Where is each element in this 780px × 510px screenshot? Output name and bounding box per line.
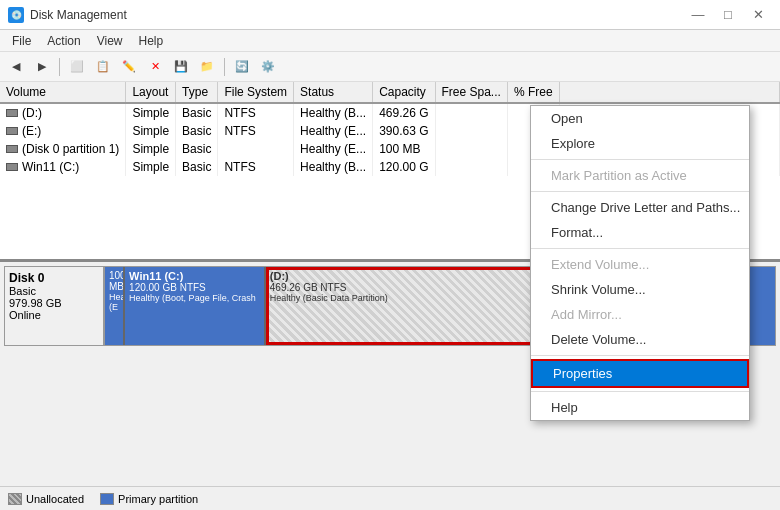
cell-status: Healthy (E... xyxy=(294,140,373,158)
disk-icon xyxy=(6,163,18,171)
cell-freespa xyxy=(435,158,507,176)
col-freespa: Free Spa... xyxy=(435,82,507,103)
context-menu: Open Explore Mark Partition as Active Ch… xyxy=(530,105,750,421)
ctx-add-mirror: Add Mirror... xyxy=(531,302,749,327)
ctx-mark-active: Mark Partition as Active xyxy=(531,163,749,188)
col-pctfree: % Free xyxy=(507,82,559,103)
menu-bar: File Action View Help xyxy=(0,30,780,52)
disk-icon xyxy=(6,127,18,135)
partition-name: (D:) xyxy=(270,270,541,282)
cell-fs: NTFS xyxy=(218,158,294,176)
ctx-extend: Extend Volume... xyxy=(531,252,749,277)
title-bar: 💿 Disk Management — □ ✕ xyxy=(0,0,780,30)
maximize-button[interactable]: □ xyxy=(714,5,742,25)
disk-0-size: 979.98 GB xyxy=(9,297,99,309)
ctx-format[interactable]: Format... xyxy=(531,220,749,245)
legend-primary: Primary partition xyxy=(100,493,198,505)
ctx-help[interactable]: Help xyxy=(531,395,749,420)
partition-c[interactable]: Win11 (C:) 120.00 GB NTFS Healthy (Boot,… xyxy=(125,267,266,345)
ctx-change-letter[interactable]: Change Drive Letter and Paths... xyxy=(531,195,749,220)
partition-size: 469.26 GB NTFS xyxy=(270,282,541,293)
col-extra xyxy=(559,82,779,103)
cell-capacity: 120.00 G xyxy=(373,158,435,176)
menu-help[interactable]: Help xyxy=(131,32,172,50)
cell-capacity: 100 MB xyxy=(373,140,435,158)
cell-layout: Simple xyxy=(126,158,176,176)
tb-delete[interactable]: ✕ xyxy=(143,56,167,78)
legend-unalloc-box xyxy=(8,493,22,505)
cell-type: Basic xyxy=(176,103,218,122)
cell-fs xyxy=(218,140,294,158)
cell-type: Basic xyxy=(176,140,218,158)
cell-status: Healthy (B... xyxy=(294,103,373,122)
cell-capacity: 469.26 G xyxy=(373,103,435,122)
window-controls: — □ ✕ xyxy=(684,5,772,25)
cell-freespa xyxy=(435,103,507,122)
cell-freespa xyxy=(435,140,507,158)
partition-size: 120.00 GB NTFS xyxy=(129,282,260,293)
ctx-sep-3 xyxy=(531,248,749,249)
cell-status: Healthy (E... xyxy=(294,122,373,140)
partition-status: Healthy (Basic Data Partition) xyxy=(270,293,541,303)
cell-type: Basic xyxy=(176,122,218,140)
cell-fs: NTFS xyxy=(218,122,294,140)
app-icon: 💿 xyxy=(8,7,24,23)
cell-layout: Simple xyxy=(126,140,176,158)
cell-layout: Simple xyxy=(126,122,176,140)
partition-status: Healthy (E xyxy=(109,292,119,312)
ctx-delete[interactable]: Delete Volume... xyxy=(531,327,749,352)
legend-primary-box xyxy=(100,493,114,505)
col-filesystem: File System xyxy=(218,82,294,103)
col-status: Status xyxy=(294,82,373,103)
col-layout: Layout xyxy=(126,82,176,103)
partition-name: Win11 (C:) xyxy=(129,270,260,282)
cell-fs: NTFS xyxy=(218,103,294,122)
cell-volume: (E:) xyxy=(0,122,126,140)
ctx-shrink[interactable]: Shrink Volume... xyxy=(531,277,749,302)
cell-status: Healthy (B... xyxy=(294,158,373,176)
disk-0-name: Disk 0 xyxy=(9,271,99,285)
tb-btn4[interactable]: 💾 xyxy=(169,56,193,78)
partition-size: 100 MB xyxy=(109,270,119,292)
ctx-sep-2 xyxy=(531,191,749,192)
cell-volume: (D:) xyxy=(0,103,126,122)
col-capacity: Capacity xyxy=(373,82,435,103)
legend-primary-label: Primary partition xyxy=(118,493,198,505)
tb-btn1[interactable]: ⬜ xyxy=(65,56,89,78)
tb-btn3[interactable]: ✏️ xyxy=(117,56,141,78)
tb-refresh[interactable]: 🔄 xyxy=(230,56,254,78)
minimize-button[interactable]: — xyxy=(684,5,712,25)
menu-view[interactable]: View xyxy=(89,32,131,50)
tb-btn2[interactable]: 📋 xyxy=(91,56,115,78)
ctx-sep-5 xyxy=(531,391,749,392)
close-button[interactable]: ✕ xyxy=(744,5,772,25)
disk-icon xyxy=(6,145,18,153)
menu-action[interactable]: Action xyxy=(39,32,88,50)
ctx-explore[interactable]: Explore xyxy=(531,131,749,156)
ctx-properties[interactable]: Properties xyxy=(531,359,749,388)
disk-0-label: Disk 0 Basic 979.98 GB Online xyxy=(4,266,104,346)
legend-unallocated: Unallocated xyxy=(8,493,84,505)
tb-btn5[interactable]: 📁 xyxy=(195,56,219,78)
ctx-sep-4 xyxy=(531,355,749,356)
partition-d[interactable]: (D:) 469.26 GB NTFS Healthy (Basic Data … xyxy=(266,267,547,345)
col-type: Type xyxy=(176,82,218,103)
cell-volume: (Disk 0 partition 1) xyxy=(0,140,126,158)
tb-settings[interactable]: ⚙️ xyxy=(256,56,280,78)
ctx-sep-1 xyxy=(531,159,749,160)
tb-forward[interactable]: ▶ xyxy=(30,56,54,78)
disk-0-status: Online xyxy=(9,309,99,321)
window-title: Disk Management xyxy=(30,8,127,22)
menu-file[interactable]: File xyxy=(4,32,39,50)
cell-freespa xyxy=(435,122,507,140)
toolbar: ◀ ▶ ⬜ 📋 ✏️ ✕ 💾 📁 🔄 ⚙️ xyxy=(0,52,780,82)
col-volume: Volume xyxy=(0,82,126,103)
cell-type: Basic xyxy=(176,158,218,176)
tb-back[interactable]: ◀ xyxy=(4,56,28,78)
ctx-open[interactable]: Open xyxy=(531,106,749,131)
cell-volume: Win11 (C:) xyxy=(0,158,126,176)
legend: Unallocated Primary partition xyxy=(0,486,780,510)
cell-capacity: 390.63 G xyxy=(373,122,435,140)
cell-layout: Simple xyxy=(126,103,176,122)
partition-efi[interactable]: 100 MB Healthy (E xyxy=(105,267,125,345)
